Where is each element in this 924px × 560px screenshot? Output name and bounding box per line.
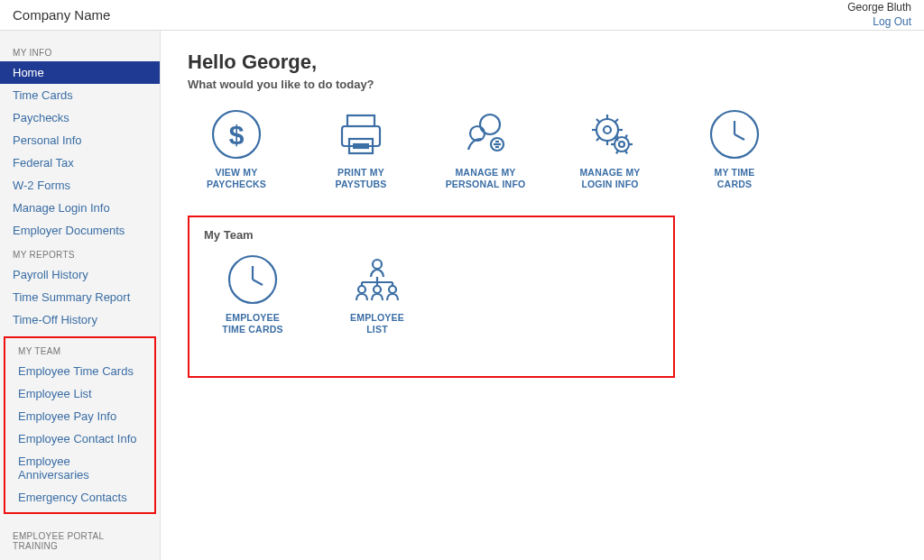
sidebar-item-time-off-history[interactable]: Time-Off History — [0, 308, 160, 331]
svg-text:$: $ — [229, 120, 245, 150]
tile-my-time-cards[interactable]: MY TIME CARDS — [686, 107, 783, 190]
svg-line-26 — [625, 151, 627, 153]
tile-label: EMPLOYEE TIME CARDS — [204, 312, 301, 335]
sidebar-section-header: MY INFO — [0, 40, 160, 61]
sidebar-item-home[interactable]: Home — [0, 61, 160, 84]
sidebar-item-employer-documents[interactable]: Employer Documents — [0, 219, 160, 242]
tile-label: VIEW MY PAYCHECKS — [188, 167, 285, 190]
svg-point-45 — [389, 286, 396, 293]
sidebar-item-employee-contact-info[interactable]: Employee Contact Info — [5, 427, 154, 450]
svg-line-33 — [735, 134, 744, 140]
svg-line-30 — [625, 135, 627, 138]
tile-print-my-paystubs[interactable]: PRINT MY PAYSTUBS — [312, 107, 410, 190]
sidebar-item-time-summary-report[interactable]: Time Summary Report — [0, 286, 160, 308]
svg-line-20 — [596, 119, 600, 123]
tile-label: MY TIME CARDS — [686, 167, 783, 190]
org-icon — [350, 252, 404, 307]
tile-label: MANAGE MY PERSONAL INFO — [437, 167, 534, 190]
sidebar-item-payroll-history[interactable]: Payroll History — [0, 263, 160, 286]
svg-line-27 — [616, 151, 618, 153]
tile-manage-my-personal-info[interactable]: MANAGE MY PERSONAL INFO — [437, 107, 534, 190]
sidebar-item-paychecks[interactable]: Paychecks — [0, 106, 160, 129]
svg-point-7 — [480, 115, 500, 134]
sidebar-section-header: MY REPORTS — [0, 242, 160, 263]
user-name: George Bluth — [847, 1, 911, 15]
sidebar-item-federal-tax[interactable]: Federal Tax — [0, 151, 160, 174]
svg-point-23 — [614, 137, 629, 151]
my-team-section: My Team EMPLOYEE TIME CARDSEMPLOYEE LIST — [188, 216, 675, 377]
tile-label: PRINT MY PAYSTUBS — [312, 167, 410, 190]
clock-icon — [707, 107, 762, 161]
logout-link[interactable]: Log Out — [847, 15, 911, 30]
sidebar-section-header: EMPLOYEE PORTAL TRAINING — [0, 523, 160, 555]
sidebar-item-personal-info[interactable]: Personal Info — [0, 129, 160, 151]
sidebar-item-employee-time-cards[interactable]: Employee Time Cards — [5, 360, 154, 382]
svg-point-13 — [596, 119, 618, 141]
printer-icon — [334, 107, 388, 161]
quick-action-tiles: $VIEW MY PAYCHECKSPRINT MY PAYSTUBSMANAG… — [188, 107, 897, 190]
gear-icon — [583, 107, 637, 161]
clock-icon — [226, 252, 280, 307]
dollar-icon: $ — [209, 107, 263, 161]
user-area: George Bluth Log Out — [847, 1, 911, 29]
top-bar: Company Name George Bluth Log Out — [0, 0, 924, 31]
sidebar-item-time-cards[interactable]: Time Cards — [0, 84, 160, 106]
svg-rect-3 — [342, 126, 380, 146]
company-name: Company Name — [13, 7, 110, 23]
sidebar: MY INFOHomeTime CardsPaychecksPersonal I… — [0, 31, 161, 560]
sidebar-item-employee-portal-help-center[interactable]: Employee Portal Help Center — [0, 555, 160, 560]
svg-point-14 — [604, 126, 611, 133]
my-team-title: My Team — [204, 228, 659, 242]
svg-line-29 — [616, 135, 618, 138]
sidebar-item-w-2-forms[interactable]: W-2 Forms — [0, 174, 160, 197]
sidebar-item-employee-anniversaries[interactable]: Employee Anniversaries — [5, 450, 154, 486]
greeting: Hello George, — [188, 50, 897, 74]
svg-point-24 — [619, 142, 624, 147]
team-tiles: EMPLOYEE TIME CARDSEMPLOYEE LIST — [204, 252, 659, 335]
svg-point-43 — [358, 286, 365, 293]
svg-line-36 — [253, 280, 263, 285]
sidebar-item-employee-list[interactable]: Employee List — [5, 382, 154, 405]
tile-label: EMPLOYEE LIST — [328, 312, 426, 335]
tile-manage-my-login-info[interactable]: MANAGE MY LOGIN INFO — [561, 107, 659, 190]
sidebar-item-emergency-contacts[interactable]: Emergency Contacts — [5, 486, 154, 509]
people-icon — [458, 107, 513, 161]
svg-point-37 — [373, 260, 382, 269]
tile-employee-time-cards[interactable]: EMPLOYEE TIME CARDS — [204, 252, 301, 335]
sidebar-section-header: MY TEAM — [5, 338, 154, 360]
svg-line-18 — [596, 137, 600, 141]
svg-point-44 — [374, 286, 381, 293]
tile-employee-list[interactable]: EMPLOYEE LIST — [328, 252, 426, 335]
svg-line-22 — [614, 119, 618, 123]
svg-rect-2 — [347, 115, 374, 126]
main-content: Hello George, What would you like to do … — [161, 31, 924, 560]
sidebar-item-manage-login-info[interactable]: Manage Login Info — [0, 197, 160, 219]
sub-greeting: What would you like to do today? — [188, 78, 897, 91]
sidebar-item-employee-pay-info[interactable]: Employee Pay Info — [5, 405, 154, 427]
tile-label: MANAGE MY LOGIN INFO — [561, 167, 659, 190]
tile-view-my-paychecks[interactable]: $VIEW MY PAYCHECKS — [188, 107, 285, 190]
